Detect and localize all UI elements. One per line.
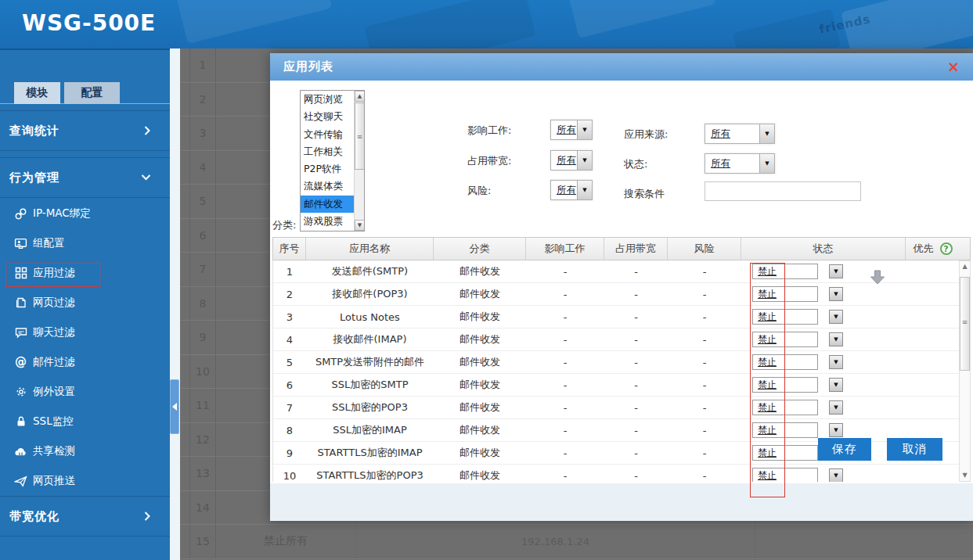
keyboard-art bbox=[364, 0, 535, 48]
status-select[interactable]: 禁止 bbox=[752, 468, 818, 482]
sidebar-menu: IP-MAC绑定 组配置 应用过滤 网页过滤 bbox=[0, 199, 170, 496]
risk-filter-label: 风险: bbox=[467, 184, 491, 198]
dropdown-arrow-icon[interactable]: ▼ bbox=[577, 181, 592, 199]
sidebar-item-chat-filter[interactable]: 聊天过滤 bbox=[0, 318, 170, 347]
status-select[interactable]: 禁止 bbox=[752, 286, 818, 302]
col-header-bandwidth: 占用带宽 bbox=[604, 238, 668, 260]
scroll-up-icon[interactable]: ▲ bbox=[960, 261, 970, 272]
table-row: 7 SSL加密的POP3 邮件收发 - - - 禁止▼ bbox=[273, 397, 971, 419]
col-header-risk: 风险 bbox=[668, 238, 741, 260]
bg-row15-action: 禁止所有 bbox=[216, 525, 356, 558]
app-title: WSG-500E bbox=[22, 10, 156, 36]
chevron-right-icon bbox=[144, 512, 151, 522]
col-header-name: 应用名称 bbox=[306, 238, 434, 260]
col-header-priority: 优先 ? bbox=[906, 238, 960, 260]
sidebar-section-bandwidth-opt[interactable]: 带宽优化 bbox=[0, 496, 170, 537]
sidebar-item-exception-settings[interactable]: 例外设置 bbox=[0, 377, 170, 407]
col-header-index: 序号 bbox=[273, 238, 306, 260]
dropdown-arrow-icon[interactable]: ▼ bbox=[829, 310, 843, 324]
risk-filter-dropdown[interactable]: 所有 ▼ bbox=[550, 180, 593, 200]
table-row: 5 SMTP发送带附件的邮件 邮件收发 - - - 禁止▼ bbox=[273, 351, 971, 374]
scrollbar-thumb[interactable]: ≡ bbox=[355, 102, 365, 170]
bandwidth-filter-dropdown[interactable]: 所有 ▼ bbox=[550, 150, 593, 171]
category-listbox[interactable]: 网页浏览 社交聊天 文件传输 工作相关 P2P软件 流媒体类 邮件收发 游戏股票… bbox=[300, 90, 365, 232]
lock-icon bbox=[14, 415, 27, 429]
sidebar: 模块 配置 查询统计 行为管理 IP-MAC绑定 bbox=[0, 48, 170, 560]
dropdown-arrow-icon[interactable]: ▼ bbox=[829, 332, 843, 346]
sidebar-item-mail-filter[interactable]: @ 邮件过滤 bbox=[0, 347, 170, 377]
search-input[interactable] bbox=[705, 181, 861, 201]
status-select[interactable]: 禁止 bbox=[752, 354, 818, 370]
sidebar-item-web-filter[interactable]: 网页过滤 bbox=[0, 288, 170, 318]
status-select[interactable]: 禁止 bbox=[752, 264, 818, 279]
status-select[interactable]: 禁止 bbox=[752, 422, 818, 438]
search-label: 搜索条件 bbox=[624, 187, 665, 201]
scroll-down-icon[interactable]: ▼ bbox=[960, 470, 970, 481]
sidebar-section-behavior-mgmt[interactable]: 行为管理 bbox=[0, 157, 170, 198]
cancel-button[interactable]: 取消 bbox=[887, 438, 942, 461]
dropdown-arrow-icon[interactable]: ▼ bbox=[829, 264, 843, 278]
dropdown-arrow-icon[interactable]: ▼ bbox=[759, 124, 774, 143]
sidebar-item-ssl-monitor[interactable]: SSL监控 bbox=[0, 407, 170, 436]
scroll-up-icon[interactable]: ▲ bbox=[355, 91, 365, 102]
bg-table-row: 15禁止所有192.168.1.24 bbox=[180, 525, 973, 559]
source-filter-dropdown[interactable]: 所有 ▼ bbox=[705, 124, 775, 144]
sidebar-item-app-filter[interactable]: 应用过滤 bbox=[0, 258, 170, 288]
status-select[interactable]: 禁止 bbox=[752, 377, 818, 393]
chat-icon bbox=[14, 326, 27, 339]
table-row: 4 接收邮件(IMAP) 邮件收发 - - - 禁止▼ bbox=[273, 328, 971, 351]
close-icon[interactable]: × bbox=[945, 58, 962, 75]
status-filter-dropdown[interactable]: 所有 ▼ bbox=[705, 153, 775, 174]
tab-config[interactable]: 配置 bbox=[64, 82, 120, 104]
dropdown-arrow-icon[interactable]: ▼ bbox=[577, 120, 592, 139]
app-window: friends WSG-500E 1 2 3 4 5 6 7 8 9 10 11… bbox=[0, 0, 973, 560]
dropdown-arrow-icon[interactable]: ▼ bbox=[577, 151, 592, 170]
scrollbar-thumb[interactable]: ≡ bbox=[960, 277, 970, 371]
sidebar-tabs: 模块 配置 bbox=[0, 82, 170, 104]
dropdown-arrow-icon[interactable]: ▼ bbox=[829, 468, 843, 482]
scroll-down-icon[interactable]: ▼ bbox=[355, 220, 365, 231]
sidebar-item-web-push[interactable]: 网页推送 bbox=[0, 466, 170, 496]
chevron-right-icon bbox=[144, 126, 151, 136]
priority-down-arrow-icon[interactable] bbox=[870, 270, 885, 288]
keyboard-art bbox=[177, 0, 333, 44]
sidebar-collapse-handle[interactable] bbox=[170, 379, 179, 434]
dropdown-arrow-icon[interactable]: ▼ bbox=[829, 423, 843, 437]
dropdown-arrow-icon[interactable]: ▼ bbox=[829, 400, 843, 415]
impact-filter-dropdown[interactable]: 所有 ▼ bbox=[550, 120, 593, 140]
sidebar-item-group-config[interactable]: 组配置 bbox=[0, 228, 170, 258]
table-row: 10 STARTTLS加密的POP3 邮件收发 - - - 禁止▼ bbox=[273, 465, 971, 482]
table-scrollbar[interactable]: ▲ ≡ ▼ bbox=[959, 260, 971, 482]
dialog-title: 应用列表 bbox=[283, 59, 333, 74]
help-icon[interactable]: ? bbox=[940, 242, 953, 255]
sidebar-item-share-detect[interactable]: 共享检测 bbox=[0, 436, 170, 466]
status-cell: 禁止▼ bbox=[741, 328, 906, 350]
table-header-row: 序号 应用名称 分类 影响工作 占用带宽 风险 状态 优先 ? bbox=[272, 237, 971, 260]
category-label: 分类: bbox=[272, 218, 296, 232]
sidebar-item-ip-mac-binding[interactable]: IP-MAC绑定 bbox=[0, 199, 170, 228]
table-row: 1 发送邮件(SMTP) 邮件收发 - - - 禁止▼ bbox=[273, 260, 971, 283]
dropdown-arrow-icon[interactable]: ▼ bbox=[829, 378, 843, 392]
dropdown-arrow-icon[interactable]: ▼ bbox=[829, 355, 843, 369]
status-select[interactable]: 禁止 bbox=[752, 445, 818, 461]
status-cell: 禁止▼ bbox=[741, 465, 906, 482]
link-icon bbox=[14, 207, 27, 221]
status-select[interactable]: 禁止 bbox=[752, 400, 818, 415]
dropdown-arrow-icon[interactable]: ▼ bbox=[759, 154, 774, 173]
status-cell: 禁止▼ bbox=[741, 351, 906, 373]
status-filter-label: 状态: bbox=[624, 157, 647, 171]
status-select[interactable]: 禁止 bbox=[752, 332, 818, 347]
table-row: 2 接收邮件(POP3) 邮件收发 - - - 禁止▼ bbox=[273, 283, 971, 306]
dropdown-arrow-icon[interactable]: ▼ bbox=[829, 287, 843, 301]
sidebar-section-query-stats[interactable]: 查询统计 bbox=[0, 110, 170, 151]
status-cell: 禁止▼ bbox=[741, 306, 906, 328]
save-button[interactable]: 保存 bbox=[818, 438, 871, 461]
col-header-category: 分类 bbox=[434, 238, 526, 260]
listbox-scrollbar[interactable]: ▲ ≡ ▼ bbox=[354, 91, 364, 231]
cloud-icon bbox=[14, 445, 27, 458]
col-header-status: 状态 bbox=[741, 238, 906, 260]
group-icon bbox=[14, 237, 27, 250]
tab-module[interactable]: 模块 bbox=[14, 82, 60, 104]
status-select[interactable]: 禁止 bbox=[752, 309, 818, 325]
dialog-titlebar: 应用列表 × bbox=[270, 53, 973, 81]
